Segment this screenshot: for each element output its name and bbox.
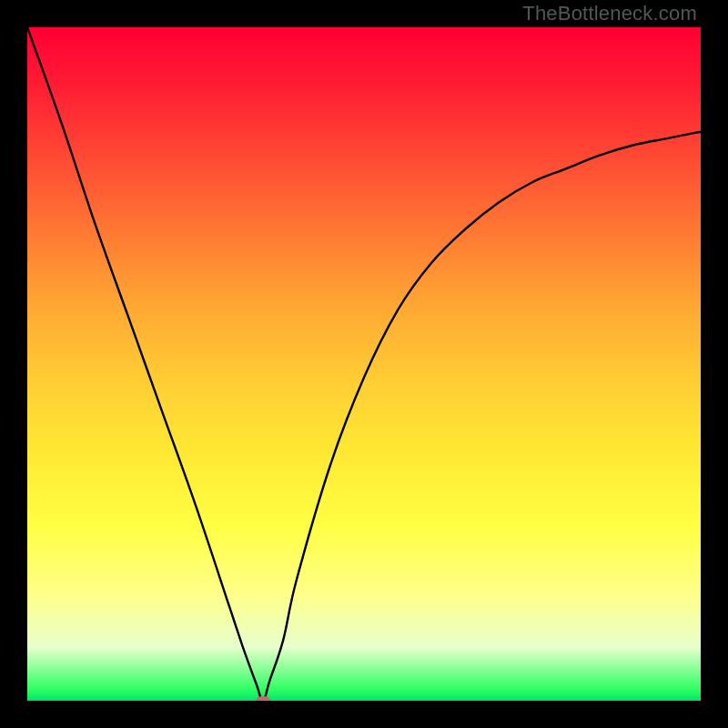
chart-container: TheBottleneck.com [0,0,728,728]
bottleneck-curve [27,27,701,701]
minimum-marker [256,696,270,701]
curve-svg [27,27,701,701]
watermark-text: TheBottleneck.com [522,2,697,25]
plot-area [27,27,701,701]
